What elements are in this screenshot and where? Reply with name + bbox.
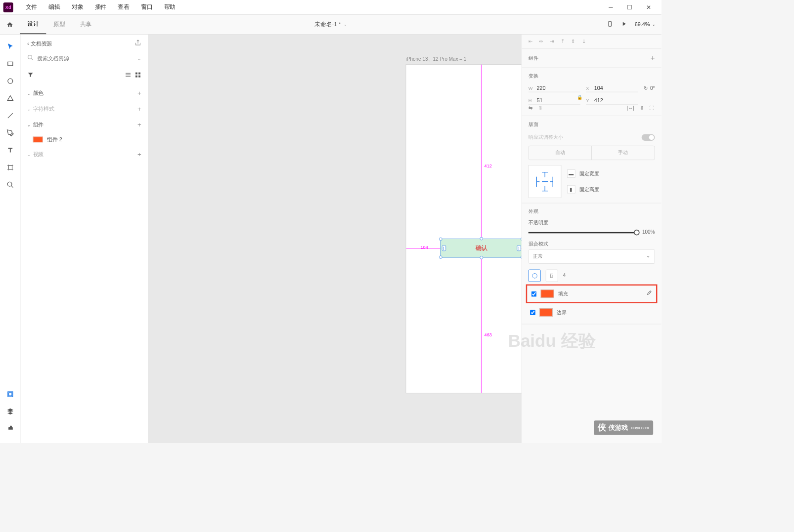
text-tool[interactable] [2, 142, 18, 158]
zoom-tool[interactable] [2, 177, 18, 193]
tab-share[interactable]: 共享 [73, 15, 99, 34]
fixed-height-icon[interactable]: ▮ [567, 185, 575, 194]
stroke-swatch[interactable] [539, 308, 553, 317]
canvas[interactable]: iPhone 13、12 Pro Max – 1 412 463 104 104… [148, 35, 522, 443]
eyedropper-icon[interactable] [645, 290, 652, 298]
component-list-item[interactable]: 组件 2 [27, 132, 141, 146]
add-button[interactable]: + [651, 54, 655, 62]
measure-top: 412 [485, 164, 492, 168]
responsive-toggle[interactable] [642, 134, 655, 140]
chevron-down-icon: ⌄ [344, 22, 347, 27]
corner-same-button[interactable]: ◯ [529, 270, 541, 282]
ellipse-tool[interactable] [2, 73, 18, 89]
chevron-down-icon: ⌄ [652, 22, 656, 27]
play-button[interactable] [620, 20, 627, 29]
document-title[interactable]: 未命名-1 * ⌄ [314, 21, 347, 28]
artboard-name[interactable]: iPhone 13、12 Pro Max – 1 [406, 56, 467, 63]
flip-vertical-icon[interactable]: ⥮ [538, 105, 542, 111]
height-field[interactable]: H51 [529, 96, 580, 105]
align-top-icon[interactable]: ⤒ [561, 39, 565, 44]
distribute-h-icon[interactable]: |↔| [627, 105, 634, 111]
layout-section-title: 版面 [529, 121, 655, 128]
x-field[interactable]: X104 [586, 84, 638, 92]
component-thumbnail [33, 137, 43, 143]
artboard-tool[interactable] [2, 160, 18, 175]
width-field[interactable]: W220 [529, 84, 580, 92]
pen-tool[interactable] [2, 125, 18, 141]
properties-panel: ⇤ ⇔ ⇥ ⤒ ⇕ ⤓ 组件 + 变换 W220 X104 ↻ [522, 35, 662, 443]
align-middle-icon[interactable]: ⇕ [571, 39, 575, 44]
rectangle-tool[interactable] [2, 56, 18, 72]
fill-swatch[interactable] [541, 289, 554, 298]
select-tool[interactable] [2, 39, 18, 54]
tab-design[interactable]: 设计 [20, 15, 46, 34]
menu-file[interactable]: 文件 [20, 1, 43, 13]
align-bottom-icon[interactable]: ⤓ [582, 39, 586, 44]
svg-rect-11 [138, 76, 140, 78]
menu-edit[interactable]: 编辑 [43, 1, 66, 13]
rotate-icon: ↻ [644, 85, 648, 91]
baidu-watermark: Baidu 经验 [522, 329, 596, 353]
chevron-down-icon[interactable]: ⌄ [137, 56, 141, 61]
home-button[interactable] [0, 21, 20, 28]
plugins-panel-button[interactable] [2, 421, 18, 437]
share-icon[interactable] [134, 40, 141, 48]
distribute-v-icon[interactable]: ⥯ [640, 105, 644, 111]
add-color-button[interactable]: + [137, 90, 141, 97]
site-watermark: 侠 侠游戏 xiayx.com [594, 420, 653, 435]
section-text-styles[interactable]: ⌄字符样式 + [27, 101, 141, 117]
tab-prototype[interactable]: 原型 [46, 15, 72, 34]
constraint-widget[interactable]: ┬ ├ ─ ┤ ┴ [529, 165, 562, 198]
stroke-checkbox[interactable] [530, 310, 535, 315]
section-components[interactable]: ⌄组件 + [27, 117, 141, 133]
section-colors[interactable]: ⌄颜色 + [27, 85, 141, 101]
menu-object[interactable]: 对象 [66, 1, 89, 13]
corner-radius-value[interactable]: 4 [563, 273, 566, 279]
assets-panel-button[interactable] [2, 386, 18, 402]
scale-icon[interactable]: ⛶ [650, 105, 655, 111]
blend-mode-select[interactable]: 正常 ⌄ [529, 249, 655, 264]
fixed-width-label: 固定宽度 [579, 170, 599, 177]
add-component-button[interactable]: + [137, 121, 141, 128]
artboard[interactable]: 412 463 104 104 确认 ⦚ ⦚ [406, 64, 522, 393]
mobile-preview-icon[interactable] [607, 20, 613, 29]
filter-icon[interactable] [27, 72, 34, 80]
back-button[interactable]: ‹ 文档资源 [27, 40, 52, 47]
line-tool[interactable] [2, 108, 18, 123]
lock-icon[interactable]: 🔒 [577, 95, 655, 100]
fill-checkbox[interactable] [531, 291, 537, 296]
menu-help[interactable]: 帮助 [158, 1, 181, 13]
maximize-button[interactable]: ☐ [620, 0, 639, 15]
add-text-style-button[interactable]: + [137, 105, 141, 113]
section-video[interactable]: ⌄视频 + [27, 147, 141, 163]
search-input[interactable] [37, 55, 134, 61]
manual-button[interactable]: 手动 [592, 146, 655, 160]
fixed-width-icon[interactable]: ▬ [567, 169, 575, 178]
selected-component[interactable]: 确认 ⦚ ⦚ [440, 239, 521, 257]
grid-view-icon[interactable] [134, 72, 141, 80]
zoom-control[interactable]: 69.4% ⌄ [635, 21, 656, 27]
menu-window[interactable]: 窗口 [135, 1, 158, 13]
opacity-slider[interactable] [529, 232, 637, 233]
stroke-label: 边界 [557, 309, 567, 316]
minimize-button[interactable]: ─ [601, 0, 620, 15]
fill-label: 填充 [558, 290, 568, 297]
align-center-icon[interactable]: ⇔ [539, 39, 543, 44]
list-view-icon[interactable] [125, 72, 131, 80]
close-button[interactable]: ✕ [639, 0, 658, 15]
opacity-value[interactable]: 100% [642, 229, 655, 235]
svg-point-7 [28, 55, 32, 59]
polygon-tool[interactable] [2, 90, 18, 106]
add-video-button[interactable]: + [137, 151, 141, 158]
menu-view[interactable]: 查看 [112, 1, 135, 13]
auto-button[interactable]: 自动 [529, 146, 592, 160]
svg-rect-9 [138, 73, 140, 75]
flip-horizontal-icon[interactable]: ⇋ [529, 105, 532, 111]
corner-individual-button[interactable]: ⌼ [546, 270, 558, 282]
layers-panel-button[interactable] [2, 404, 18, 419]
align-right-icon[interactable]: ⇥ [550, 39, 554, 44]
rotation-field[interactable]: ↻ 0° [644, 85, 655, 91]
svg-rect-8 [135, 73, 137, 75]
menu-plugins[interactable]: 插件 [89, 1, 112, 13]
align-left-icon[interactable]: ⇤ [529, 39, 532, 44]
